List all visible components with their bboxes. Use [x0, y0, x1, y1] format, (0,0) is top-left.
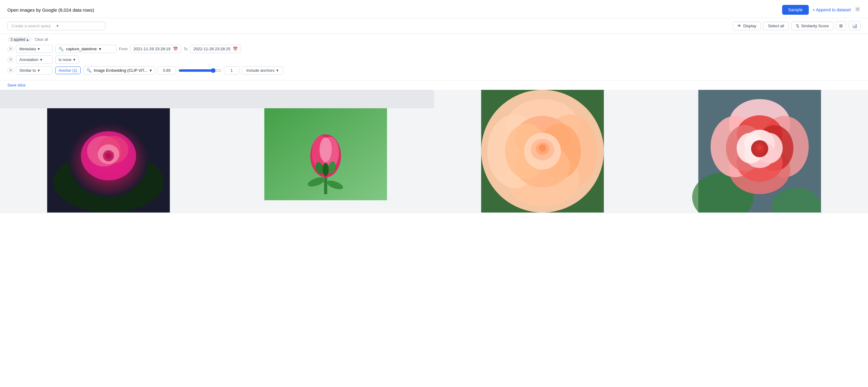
chart-view-button[interactable]: 📊 — [849, 21, 861, 30]
image-grid — [0, 90, 868, 214]
rose-image-1 — [0, 108, 217, 214]
to-label: To — [184, 47, 188, 51]
toolbar: Create a search query ▾ 👁 Display Select… — [0, 18, 868, 34]
image-grid-wrapper — [0, 90, 868, 214]
rose-image-3 — [434, 90, 651, 214]
include-anchors-button[interactable]: Include anchors ▾ — [242, 66, 283, 74]
filters-applied-row: 3 applied ▴ Clear all — [7, 37, 861, 42]
calendar-icon: 📅 — [233, 46, 238, 51]
eye-icon: 👁 — [737, 24, 741, 28]
chevron-down-icon: ▾ — [150, 68, 152, 73]
similarity-score-value[interactable]: 0.85 — [158, 66, 176, 74]
chevron-down-icon: ▾ — [99, 46, 101, 51]
remove-filter-3-button[interactable]: ✕ — [7, 67, 13, 74]
save-slice-button[interactable]: Save slice — [0, 80, 33, 90]
filter-row-similar: ✕ Similar to ▾ Anchor (1) 🔍 Image Embedd… — [7, 66, 861, 74]
chevron-down-icon: ▾ — [73, 57, 75, 62]
rose-image-2 — [217, 108, 434, 214]
append-to-dataset-button[interactable]: + Append to dataset — [812, 7, 851, 12]
select-all-button[interactable]: Select all — [764, 22, 789, 30]
similarity-score-button[interactable]: ⇅ Similarity Score — [791, 22, 833, 30]
chevron-down-icon: ▾ — [56, 24, 101, 28]
svg-point-52 — [757, 145, 762, 150]
calendar-icon: 📅 — [173, 46, 178, 51]
filter-row-metadata: ✕ Metadata ▾ 🔍 capture_datetime ▾ From 2… — [7, 45, 861, 53]
count-input[interactable]: 1 — [224, 66, 239, 74]
search-icon: 🔍 — [87, 68, 91, 73]
chevron-down-icon: ▾ — [276, 68, 279, 73]
filter-type-1-select[interactable]: Metadata ▾ — [16, 45, 53, 53]
anchor-select-button[interactable]: Anchor (1) — [55, 67, 81, 74]
filter-condition-2-select[interactable]: is none ▾ — [55, 56, 79, 64]
page-title: Open images by Google (8,024 data rows) — [7, 7, 94, 12]
chevron-down-icon: ▾ — [38, 46, 40, 51]
chevron-up-icon: ▴ — [27, 37, 29, 42]
rose-image-4 — [651, 90, 868, 214]
to-date-input[interactable]: 2022-11-28 23:28:25 📅 — [190, 45, 241, 53]
svg-point-17 — [319, 137, 332, 162]
from-label: From — [119, 47, 128, 51]
image-cell-1[interactable] — [0, 90, 217, 214]
chevron-down-icon: ▾ — [38, 68, 40, 73]
filter-field-1-input[interactable]: 🔍 capture_datetime ▾ — [55, 45, 117, 53]
applied-count-badge: 3 applied ▴ — [7, 37, 32, 42]
similarity-slider-container — [179, 68, 221, 73]
filter-type-2-select[interactable]: Annotation ▾ — [16, 56, 53, 64]
filters-section: 3 applied ▴ Clear all ✕ Metadata ▾ 🔍 cap… — [0, 34, 868, 80]
image-cell-2[interactable] — [217, 90, 434, 214]
search-query-placeholder: Create a search query — [11, 24, 56, 28]
sample-button[interactable]: Sample — [782, 5, 809, 15]
embedding-select[interactable]: 🔍 Image Embedding (CLIP ViT... ▾ — [83, 66, 155, 74]
search-query-box[interactable]: Create a search query ▾ — [7, 22, 105, 30]
app-header: Open images by Google (8,024 data rows) … — [0, 0, 868, 18]
chevron-down-icon: ▾ — [40, 57, 42, 62]
from-date-input[interactable]: 2021-11-29 23:28:19 📅 — [130, 45, 181, 53]
image-cell-4[interactable] — [651, 90, 868, 214]
clear-all-button[interactable]: Clear all — [35, 37, 48, 42]
svg-point-9 — [105, 153, 112, 159]
svg-point-0 — [857, 8, 859, 10]
filter-type-3-select[interactable]: Similar to ▾ — [16, 66, 53, 74]
svg-point-20 — [322, 163, 329, 176]
filter-row-annotation: ✕ Annotation ▾ is none ▾ — [7, 56, 861, 64]
grid-view-button[interactable]: ⊞ — [836, 21, 846, 30]
header-actions: Sample + Append to dataset — [782, 5, 861, 15]
image-cell-3[interactable] — [434, 90, 651, 214]
search-icon: 🔍 — [59, 46, 63, 51]
toolbar-left: Create a search query ▾ — [7, 22, 105, 30]
display-button[interactable]: 👁 Display — [733, 22, 761, 30]
sort-icon: ⇅ — [796, 24, 799, 28]
remove-filter-2-button[interactable]: ✕ — [7, 57, 13, 63]
similarity-slider[interactable] — [179, 68, 221, 73]
settings-gear-button[interactable] — [855, 6, 861, 14]
toolbar-right: 👁 Display Select all ⇅ Similarity Score … — [733, 21, 861, 30]
svg-point-34 — [539, 144, 546, 152]
remove-filter-1-button[interactable]: ✕ — [7, 46, 13, 52]
